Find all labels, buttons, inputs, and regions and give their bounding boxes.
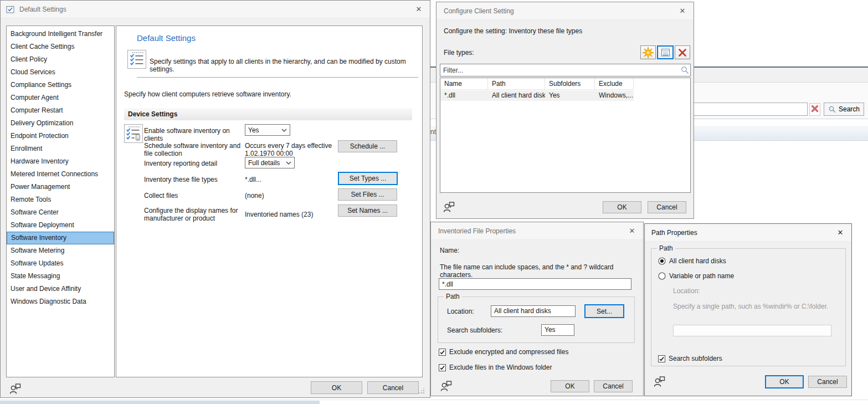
display-names-value: Inventoried names (23) [245, 211, 339, 218]
cancel-button[interactable]: Cancel [367, 381, 419, 394]
checkbox-checked-icon [439, 364, 446, 371]
radio-all-client-hard-disks[interactable]: All client hard disks [658, 257, 726, 265]
screen: Search nt Default Settings ✕ Background … [0, 0, 868, 404]
sidebar-item-enrollment[interactable]: Enrollment [7, 142, 114, 155]
checkbox-label: Exclude encrypted and compressed files [449, 348, 568, 356]
dropdown-value: Yes [248, 126, 259, 134]
resize-grip[interactable] [418, 387, 425, 395]
sidebar-item-software-center[interactable]: Software Center [7, 206, 114, 219]
person-feedback-icon [439, 379, 453, 392]
ok-button[interactable]: OK [765, 375, 804, 388]
file-name-input[interactable] [439, 278, 631, 290]
path-group: Path All client hard disks Variable or p… [651, 248, 846, 366]
close-icon[interactable]: ✕ [413, 4, 425, 15]
collect-files-value: (none) [245, 192, 337, 200]
device-checklist-icon [126, 126, 141, 141]
sidebar-item-background-intelligent-transfer[interactable]: Background Intelligent Transfer [7, 28, 114, 40]
radio-variable-or-path-name[interactable]: Variable or path name [658, 272, 734, 280]
new-starburst-icon [643, 47, 654, 58]
cancel-button[interactable]: Cancel [648, 201, 686, 213]
sidebar-item-hardware-inventory[interactable]: Hardware Inventory [7, 155, 114, 168]
set-types-button[interactable]: Set Types ... [338, 172, 398, 185]
sidebar-item-metered-internet-connections[interactable]: Metered Internet Connections [7, 168, 114, 181]
radio-label: All client hard disks [669, 257, 726, 265]
path-properties-titlebar: Path Properties ✕ [645, 224, 851, 242]
inventory-reporting-detail-dropdown[interactable]: Full details [245, 157, 295, 168]
filter-input[interactable] [440, 64, 691, 76]
schedule-button[interactable]: Schedule ... [338, 140, 397, 152]
close-icon[interactable]: ✕ [676, 6, 689, 17]
name-hint: The file name can include spaces, and th… [440, 263, 636, 279]
chevron-down-icon [286, 161, 291, 165]
sidebar-item-software-inventory[interactable]: Software Inventory [7, 232, 114, 244]
sidebar-item-windows-diagnostic-data[interactable]: Windows Diagnostic Data [7, 295, 114, 308]
dialog-title: Inventoried File Properties [438, 227, 516, 235]
delete-x-icon [678, 48, 687, 57]
properties-button[interactable] [657, 45, 674, 59]
cell-subfolders: Yes [545, 90, 595, 101]
close-icon[interactable]: ✕ [834, 227, 846, 238]
column-header-name[interactable]: Name [440, 78, 488, 90]
sidebar-item-power-management[interactable]: Power Management [7, 181, 114, 193]
column-header-exclude[interactable]: Exclude [595, 78, 634, 90]
chevron-down-icon [281, 128, 287, 132]
filter-magnifier-icon [681, 66, 689, 74]
search-icon [829, 106, 836, 113]
sidebar-item-software-updates[interactable]: Software Updates [7, 257, 114, 270]
ok-button[interactable]: OK [551, 380, 589, 392]
sidebar-item-computer-agent[interactable]: Computer Agent [7, 91, 114, 104]
search-subfolders-checkbox[interactable]: Search subfolders [658, 355, 722, 362]
sidebar-item-software-deployment[interactable]: Software Deployment [7, 219, 114, 232]
enable-software-inventory-label: Enable software inventory on clients [144, 127, 244, 142]
dialog-title: Path Properties [651, 229, 697, 237]
search-button[interactable]: Search [824, 103, 864, 116]
client-settings-icon [6, 5, 15, 14]
dropdown-value: Full details [248, 159, 280, 167]
sidebar-item-user-and-device-affinity[interactable]: User and Device Affinity [7, 283, 114, 295]
sidebar-item-compliance-settings[interactable]: Compliance Settings [7, 79, 114, 91]
new-item-button[interactable] [640, 45, 656, 59]
sidebar-item-client-policy[interactable]: Client Policy [7, 53, 114, 66]
sidebar-item-cloud-services[interactable]: Cloud Services [7, 66, 114, 79]
sidebar-item-computer-restart[interactable]: Computer Restart [7, 104, 114, 117]
exclude-windows-checkbox[interactable]: Exclude files in the Windows folder [439, 364, 552, 371]
configure-titlebar: Configure Client Setting ✕ [436, 2, 694, 20]
column-header-subfolders[interactable]: Subfolders [545, 78, 595, 90]
default-settings-big-icon-frame [127, 50, 146, 69]
sidebar-item-delivery-optimization[interactable]: Delivery Optimization [7, 117, 114, 130]
set-names-button[interactable]: Set Names ... [338, 204, 397, 217]
cancel-button[interactable]: Cancel [808, 376, 847, 388]
cell-name: *.dll [440, 90, 488, 101]
close-icon[interactable]: ✕ [626, 226, 638, 237]
settings-description: Specify settings that apply to all clien… [150, 58, 427, 73]
device-settings-icon-frame [124, 124, 143, 143]
properties-icon [661, 48, 670, 57]
search-clear-button[interactable] [809, 103, 820, 116]
location-field: All client hard disks [491, 305, 576, 317]
set-button[interactable]: Set... [584, 304, 624, 318]
cancel-button[interactable]: Cancel [594, 380, 633, 392]
ok-button[interactable]: OK [603, 201, 641, 213]
column-header-path[interactable]: Path [488, 78, 545, 90]
radio-selected-icon [658, 257, 666, 265]
delete-button[interactable] [675, 45, 690, 59]
bottom-bar-highlight [0, 401, 320, 404]
sidebar-item-remote-tools[interactable]: Remote Tools [7, 193, 114, 206]
exclude-encrypted-checkbox[interactable]: Exclude encrypted and compressed files [439, 348, 568, 356]
collect-files-label: Collect files [144, 192, 244, 200]
sidebar-item-state-messaging[interactable]: State Messaging [7, 270, 114, 283]
red-x-icon [811, 105, 819, 112]
ok-button[interactable]: OK [311, 381, 362, 394]
table-row[interactable]: *.dll All client hard disks Yes Windows,… [440, 90, 634, 101]
sidebar-item-software-metering[interactable]: Software Metering [7, 244, 114, 257]
set-files-button[interactable]: Set Files ... [338, 188, 397, 201]
enable-software-inventory-dropdown[interactable]: Yes [245, 124, 290, 136]
location-hint-disabled: Specify a single path, such as %windir% … [673, 303, 839, 310]
schedule-inventory-label: Schedule software inventory and file col… [144, 142, 244, 157]
sidebar-item-client-cache-settings[interactable]: Client Cache Settings [7, 40, 114, 53]
settings-panel: Default Settings Specify settings that a… [116, 25, 423, 377]
dialog-title: Configure Client Setting [444, 7, 514, 15]
inventory-file-types-value: *.dll... [245, 176, 337, 183]
radio-unselected-icon [658, 272, 666, 280]
sidebar-item-endpoint-protection[interactable]: Endpoint Protection [7, 130, 114, 142]
